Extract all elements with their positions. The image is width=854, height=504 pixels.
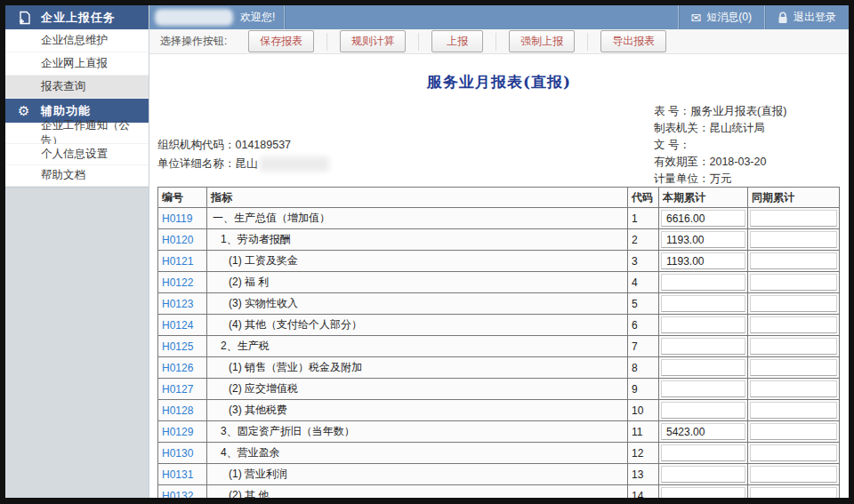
same-period-input[interactable] [750, 231, 837, 248]
row-seq: 7 [628, 336, 659, 357]
row-seq: 11 [628, 421, 659, 443]
redacted-username [155, 9, 233, 26]
table-header-row: 编号 指标 代码 本期累计 同期累计 [158, 188, 840, 208]
row-seq: 9 [628, 379, 659, 400]
row-code-link[interactable]: H0125 [162, 340, 193, 353]
row-indicator: 3、固定资产折旧（当年数） [207, 421, 628, 443]
row-code-link[interactable]: H0121 [162, 255, 193, 268]
same-period-input[interactable] [750, 274, 837, 291]
current-period-input[interactable] [661, 402, 745, 419]
same-period-input[interactable] [750, 359, 837, 376]
submit-button[interactable]: 上报 [431, 30, 483, 52]
org-label: 单位详细名称： [157, 155, 236, 173]
row-code-link[interactable]: H0122 [162, 276, 193, 289]
meta-value: 昆山统计局 [710, 122, 766, 134]
table-row: H0123 (3) 实物性收入 5 [158, 293, 840, 315]
same-period-input[interactable] [750, 316, 837, 333]
report-content: 服务业月报表(直报) 表 号：服务业月报表(直报) 制表机关：昆山统计局 文 号… [149, 54, 849, 498]
envelope-icon: ✉ [691, 12, 702, 24]
meta-label: 制表机关： [654, 122, 710, 134]
org-label: 组织机构代码： [157, 136, 236, 155]
table-row: H0129 3、固定资产折旧（当年数） 11 5423.00 [158, 421, 840, 443]
sidebar-section-report-tasks[interactable]: 企业上报任务 [5, 5, 149, 29]
row-indicator: (3) 其他税费 [207, 400, 628, 421]
sidebar-item-personal-settings[interactable]: 个人信息设置 [5, 144, 149, 165]
logout-button[interactable]: 退出登录 [765, 5, 849, 29]
toolbar-divider [495, 33, 496, 51]
welcome-text: 欢迎您! [240, 10, 275, 25]
report-meta-block: 表 号：服务业月报表(直报) 制表机关：昆山统计局 文 号： 有效期至：2018… [654, 103, 786, 188]
row-code-link[interactable]: H0132 [162, 490, 193, 499]
same-period-input[interactable] [750, 402, 837, 419]
row-code-link[interactable]: H0120 [162, 234, 193, 246]
current-period-input[interactable]: 6616.00 [661, 210, 745, 227]
sidebar-item-work-notice[interactable]: 企业工作通知（公告） [5, 123, 149, 144]
main-area: 欢迎您! ✉ 短消息(0) 退出登录 选择操作按钮: 保存报表 规则计算 [149, 5, 849, 498]
current-period-input[interactable] [661, 380, 745, 397]
col-header-indicator: 指标 [207, 188, 628, 208]
row-indicator: (4) 其他（支付给个人部分） [207, 315, 628, 336]
col-header-code: 编号 [158, 188, 207, 208]
row-code-link[interactable]: H0119 [162, 212, 192, 225]
current-period-input[interactable] [661, 487, 745, 499]
export-report-button[interactable]: 导出报表 [600, 30, 666, 52]
current-period-input[interactable] [661, 359, 745, 376]
messages-button[interactable]: ✉ 短消息(0) [679, 5, 764, 29]
col-header-current: 本期累计 [659, 188, 748, 208]
table-row: H0119 一、生产总值（增加值） 1 6616.00 [158, 208, 840, 229]
report-title: 服务业月报表(直报) [149, 72, 849, 92]
row-code-link[interactable]: H0128 [162, 404, 193, 417]
table-row: H0131 (1) 营业利润 13 [158, 464, 840, 485]
same-period-input[interactable] [750, 466, 837, 483]
same-period-input[interactable] [750, 423, 837, 440]
org-info-block: 组织机构代码：014189537 单位详细名称：昆山 [157, 136, 329, 173]
table-row: H0127 (2) 应交增值税 9 [158, 379, 840, 400]
rule-calc-button[interactable]: 规则计算 [340, 30, 406, 52]
row-code-link[interactable]: H0131 [162, 468, 193, 481]
gear-icon: ⚙ [18, 104, 41, 117]
same-period-input[interactable] [750, 487, 837, 499]
table-row: H0125 2、生产税 7 [158, 336, 840, 357]
row-code-link[interactable]: H0124 [162, 319, 193, 332]
col-header-same: 同期累计 [748, 188, 840, 208]
sidebar-item-help-docs[interactable]: 帮助文档 [5, 165, 149, 187]
same-period-input[interactable] [750, 252, 837, 269]
force-submit-button[interactable]: 强制上报 [509, 30, 575, 52]
current-period-input[interactable]: 1193.00 [661, 231, 745, 248]
same-period-input[interactable] [750, 338, 837, 355]
row-seq: 4 [628, 272, 659, 293]
same-period-input[interactable] [750, 444, 837, 461]
row-code-link[interactable]: H0123 [162, 298, 193, 310]
table-row: H0128 (3) 其他税费 10 [158, 400, 840, 421]
meta-label: 有效期至： [654, 156, 710, 168]
row-seq: 2 [628, 229, 659, 251]
row-code-link[interactable]: H0130 [162, 447, 193, 460]
table-row: H0122 (2) 福 利 4 [158, 272, 840, 293]
current-period-input[interactable]: 1193.00 [661, 252, 745, 269]
current-period-input[interactable] [661, 316, 745, 333]
lock-icon [777, 12, 788, 24]
same-period-input[interactable] [750, 210, 837, 227]
row-indicator: (2) 福 利 [207, 272, 628, 293]
row-code-link[interactable]: H0126 [162, 362, 193, 374]
same-period-input[interactable] [750, 295, 837, 312]
row-seq: 14 [628, 485, 659, 499]
current-period-input[interactable] [661, 274, 745, 291]
row-code-link[interactable]: H0129 [162, 426, 193, 438]
sidebar-item-enterprise-info[interactable]: 企业信息维护 [5, 29, 149, 52]
current-period-input[interactable] [661, 466, 745, 483]
toolbar-divider [587, 33, 588, 51]
sidebar-item-online-report[interactable]: 企业网上直报 [5, 52, 149, 76]
row-code-link[interactable]: H0127 [162, 383, 193, 396]
current-period-input[interactable] [661, 295, 745, 312]
current-period-input[interactable]: 5423.00 [661, 423, 745, 440]
same-period-input[interactable] [750, 380, 837, 397]
current-period-input[interactable] [661, 444, 745, 461]
meta-label: 文 号： [654, 139, 690, 151]
sidebar-section-title: 企业上报任务 [41, 10, 116, 26]
sidebar-item-report-query[interactable]: 报表查询 [5, 76, 149, 99]
save-report-button[interactable]: 保存报表 [248, 30, 314, 52]
current-period-input[interactable] [661, 338, 745, 355]
top-bar: 欢迎您! ✉ 短消息(0) 退出登录 [149, 5, 849, 29]
sidebar-section-title: 辅助功能 [41, 103, 91, 119]
